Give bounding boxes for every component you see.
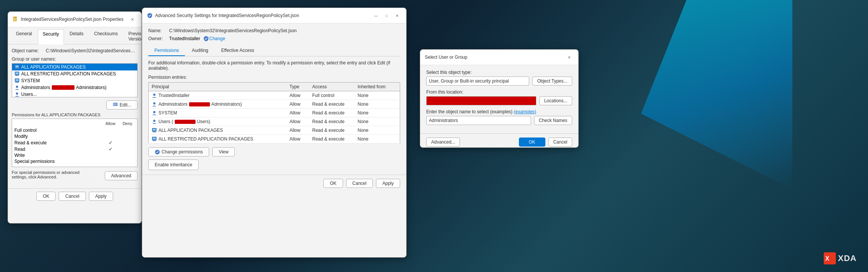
adv-window-controls[interactable]: — □ ✕ <box>371 11 402 20</box>
location-input[interactable] <box>426 96 536 105</box>
table-row[interactable]: ALL RESTRICTED APPLICATION PACKAGES Allo… <box>149 135 400 144</box>
xda-icon: X <box>824 252 836 264</box>
adv-tab-effective-access[interactable]: Effective Access <box>215 45 260 56</box>
user-icon-row3 <box>152 110 157 116</box>
owner-value: TrustedInstaller <box>169 36 200 41</box>
minimize-button[interactable]: — <box>371 11 380 20</box>
tab-previous-versions[interactable]: Previous Versions <box>123 29 142 44</box>
row2-type: Allow <box>287 100 309 109</box>
table-row[interactable]: ALL APPLICATION PACKAGES Allow Read & ex… <box>149 126 400 135</box>
perm-full-control: Full control <box>14 127 135 133</box>
shield-title-icon <box>147 13 153 19</box>
ug-close-button[interactable]: ✕ <box>565 53 574 62</box>
tab-general[interactable]: General <box>11 29 37 44</box>
perm-special: Special permissions <box>14 158 135 164</box>
user-item-1: ALL APPLICATION PACKAGES <box>21 64 86 70</box>
edit-button[interactable]: ✎ Edit... <box>106 100 138 109</box>
svg-point-16 <box>17 82 18 83</box>
table-row[interactable]: SYSTEM Allow Read & execute None <box>149 109 400 117</box>
list-item-admins[interactable]: Administrators Administrators) <box>12 84 137 91</box>
svg-point-25 <box>153 120 155 122</box>
svg-point-34 <box>154 140 155 141</box>
svg-point-19 <box>16 92 18 95</box>
properties-title: IntegratedServicesRegionPolicySet.json P… <box>21 17 123 22</box>
row6-principal: ALL RESTRICTED APPLICATION PACKAGES <box>149 135 287 144</box>
ok-button[interactable]: OK <box>36 192 56 201</box>
locations-button[interactable]: Locations... <box>539 96 572 105</box>
table-row[interactable]: Users ( Users) Allow Read & execute None <box>149 117 400 126</box>
adv-tab-permissions[interactable]: Permissions <box>148 45 185 56</box>
row4-inherited: None <box>355 117 400 126</box>
object-name-input-row: Check Names <box>426 116 572 125</box>
properties-footer: OK Cancel Apply <box>8 188 141 204</box>
tab-security[interactable]: Security <box>38 29 64 44</box>
redact-adv-1 <box>189 102 210 106</box>
close-button[interactable]: ✕ <box>128 15 137 24</box>
adv-tab-auditing[interactable]: Auditing <box>186 45 214 56</box>
redact-1 <box>52 85 75 90</box>
row6-access: Read & execute <box>309 135 355 144</box>
adv-cancel-button[interactable]: Cancel <box>346 179 373 188</box>
ug-controls[interactable]: ✕ <box>565 53 574 62</box>
examples-link[interactable]: (examples) <box>514 109 536 114</box>
adv-ok-button[interactable]: OK <box>323 179 343 188</box>
ug-titlebar: Select User or Group ✕ <box>420 50 578 65</box>
adv-close-button[interactable]: ✕ <box>393 11 402 20</box>
row4-principal: Users ( Users) <box>149 117 287 126</box>
check-names-button[interactable]: Check Names <box>534 116 572 125</box>
apply-button[interactable]: Apply <box>89 192 113 201</box>
list-item-system[interactable]: SYSTEM <box>12 77 137 84</box>
svg-point-12 <box>18 75 19 76</box>
col-access: Access <box>309 83 355 91</box>
object-type-input[interactable] <box>426 77 529 86</box>
enable-inheritance-button[interactable]: Enable inheritance <box>148 159 199 170</box>
maximize-button[interactable]: □ <box>382 11 391 20</box>
ug-advanced-button[interactable]: Advanced... <box>426 138 460 147</box>
tab-checksums[interactable]: Checksums <box>89 29 123 44</box>
list-item-restricted[interactable]: ALL RESTRICTED APPLICATION PACKAGES <box>12 70 137 77</box>
row2-principal: Administrators Administrators) <box>149 100 287 109</box>
table-row[interactable]: TrustedInstaller Allow Full control None <box>149 91 400 100</box>
adv-apply-button[interactable]: Apply <box>376 179 400 188</box>
titlebar-left: {} IntegratedServicesRegionPolicySet.jso… <box>12 16 123 22</box>
row1-inherited: None <box>355 91 400 100</box>
users-list[interactable]: ALL APPLICATION PACKAGES ALL RESTRICTED … <box>12 63 138 97</box>
list-item-users[interactable]: Users... <box>12 91 137 97</box>
info-text: For additional information, double-click… <box>148 60 400 71</box>
select-object-type-label: Select this object type: <box>426 70 572 75</box>
from-location-label: From this location: <box>426 89 572 95</box>
adv-footer: Enable inheritance <box>148 159 400 170</box>
cancel-button[interactable]: Cancel <box>59 192 85 201</box>
table-row[interactable]: Administrators Administrators) Allow Rea… <box>149 100 400 109</box>
shield-owner-icon <box>203 36 209 42</box>
advanced-button[interactable]: Advanced <box>105 171 138 180</box>
admin-icon <box>14 85 20 90</box>
perm-read-execute: Read & execute ✓ <box>14 139 135 146</box>
change-permissions-button[interactable]: Change permissions <box>148 147 209 156</box>
svg-rect-27 <box>153 129 156 131</box>
svg-point-11 <box>17 75 18 76</box>
system-icon <box>14 78 20 83</box>
window-controls[interactable]: ✕ <box>128 15 137 24</box>
tab-details[interactable]: Details <box>65 29 89 44</box>
svg-point-15 <box>16 82 17 83</box>
change-owner-link[interactable]: Change <box>209 36 225 41</box>
perm-entries-label: Permission entries: <box>148 75 400 80</box>
svg-rect-4 <box>16 66 19 67</box>
view-button[interactable]: View <box>212 147 235 156</box>
redact-adv-2 <box>175 120 196 124</box>
object-types-button[interactable]: Object Types... <box>532 77 572 86</box>
ug-cancel-button[interactable]: Cancel <box>548 138 572 147</box>
permissions-section: Allow Deny Full control Modify Read & ex… <box>12 119 138 167</box>
list-item-all-app[interactable]: ALL APPLICATION PACKAGES <box>12 64 137 70</box>
user-icon-5 <box>14 92 20 97</box>
group-icon-2 <box>14 71 20 77</box>
row3-access: Read & execute <box>309 109 355 117</box>
svg-point-10 <box>16 75 17 76</box>
object-name-input[interactable] <box>426 116 531 125</box>
enter-object-label: Enter the object name to select (example… <box>426 109 572 114</box>
ug-content: Select this object type: Object Types...… <box>420 65 578 133</box>
svg-point-5 <box>16 68 17 69</box>
ug-ok-button[interactable]: OK <box>519 138 545 147</box>
perm-write: Write <box>14 152 135 158</box>
